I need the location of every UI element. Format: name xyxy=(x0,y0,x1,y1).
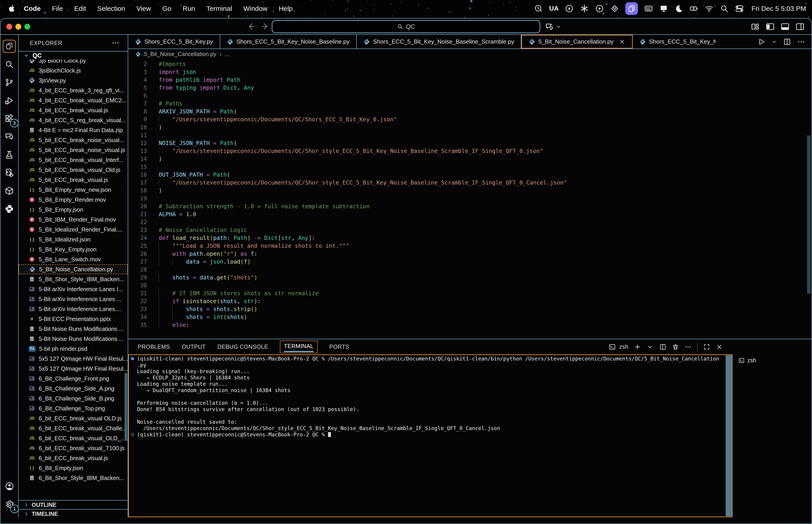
maximize-panel-button[interactable] xyxy=(703,343,710,350)
folder-root-qc[interactable]: QC xyxy=(18,51,128,60)
file-row[interactable]: 5-Bit arXiv Interference Lanes I... xyxy=(18,284,128,294)
activity-chat[interactable] xyxy=(3,130,16,143)
openai-icon[interactable] xyxy=(580,4,589,13)
file-row[interactable]: 5_Bit_Noise_Cancellation.py xyxy=(18,264,128,274)
split-editor-button[interactable] xyxy=(783,38,791,46)
panel-tab-problems[interactable]: PROBLEMS xyxy=(138,344,170,350)
file-row[interactable]: 5_Bit_IBM_Render_Final.mov xyxy=(18,215,128,225)
menu-item-go[interactable]: Go xyxy=(157,5,177,13)
battery-icon[interactable] xyxy=(689,4,699,13)
command-decoration[interactable] xyxy=(131,357,134,360)
close-window-button[interactable] xyxy=(6,24,12,30)
file-row[interactable]: JS3jsBlochClock.js xyxy=(18,66,128,76)
panel-tab-debug-console[interactable]: DEBUG CONSOLE xyxy=(218,344,268,350)
file-row[interactable]: JS5_bit_ECC_break_noise_visual.js xyxy=(18,145,128,155)
minimize-window-button[interactable] xyxy=(15,24,21,30)
activity-extensions[interactable]: 3 xyxy=(3,112,16,125)
activity-source-control[interactable] xyxy=(3,76,16,89)
activity-manage[interactable]: 1 xyxy=(3,498,16,511)
file-row[interactable]: 5_Bit_Shor_Style_IBM_Backen... xyxy=(18,274,128,284)
activity-run-and-debug[interactable] xyxy=(3,94,16,107)
file-row[interactable]: JS5_bit_ECC_break_visual_Old.js xyxy=(18,165,128,175)
editor-tab[interactable]: Shors_ECC_5_Bit_Key_Noise_Baseline.py xyxy=(220,35,357,49)
kill-terminal-button[interactable] xyxy=(672,343,679,350)
control-center-icon[interactable] xyxy=(735,4,744,13)
file-row[interactable]: { }5_Bit_Empty.json xyxy=(18,204,128,215)
file-row[interactable]: JS6_bit_ECC_break_visual_OLD_... xyxy=(18,433,128,443)
file-row[interactable]: 6_Bit_Challenge_Top.png xyxy=(18,404,128,413)
moon-icon[interactable] xyxy=(674,4,683,13)
wifi-icon[interactable] xyxy=(705,4,714,13)
command-center-search[interactable]: QC xyxy=(272,20,540,33)
editor-tab[interactable]: 5_Bit_Noise_Cancellation.py xyxy=(521,35,633,49)
menu-item-edit[interactable]: Edit xyxy=(68,5,92,13)
file-row[interactable]: JS6_bit_ECC_break_visual_T100.js xyxy=(18,443,128,453)
menu-item-help[interactable]: Help xyxy=(273,5,298,13)
editor-tab[interactable]: Shors_ECC_5_Bit_Key_Noise_Baseline_Scram… xyxy=(357,35,521,49)
activity-accounts[interactable] xyxy=(3,480,16,493)
sidebar-scrollbar[interactable] xyxy=(125,373,127,441)
capture-app-icon[interactable] xyxy=(534,4,543,13)
file-row[interactable]: { }5_Bit_Key_Empty.json xyxy=(18,244,128,254)
toggle-primary-sidebar-button[interactable] xyxy=(765,22,775,31)
toggle-panel-button[interactable] xyxy=(780,22,790,31)
menu-bar-clock[interactable]: Fri Dec 5 5:03 PM xyxy=(751,5,806,13)
file-row[interactable]: 6_Bit_Challenge_Front.png xyxy=(18,374,128,383)
file-row[interactable]: JS4_bit_ECC_break_3_reg_qft_vi... xyxy=(18,85,128,95)
file-row[interactable]: JS4_bit_ECC_S_reg_break_visual... xyxy=(18,115,128,125)
menu-item-file[interactable]: File xyxy=(46,5,68,13)
activity-explorer[interactable] xyxy=(3,40,16,53)
keyboard-icon[interactable] xyxy=(644,4,653,13)
file-row[interactable]: 5-Bit Noise Runs Modifications ... xyxy=(18,324,128,334)
panel-tab-ports[interactable]: PORTS xyxy=(329,344,349,350)
code-editor[interactable]: 2#Imports3import json4from pathlib impor… xyxy=(128,59,812,356)
file-row[interactable]: 6_Bit_Shor_Style_IBM_Backen... xyxy=(18,473,128,483)
menu-item-view[interactable]: View xyxy=(131,5,156,13)
file-row[interactable]: 4-Bit E = mc2 Final Run Data.zip xyxy=(18,125,128,135)
editor-tab[interactable]: Shors_ECC_5_Bit_Key.py xyxy=(128,35,220,49)
activity-code-runner[interactable] xyxy=(3,166,16,179)
display-icon[interactable] xyxy=(659,4,668,13)
file-row[interactable]: 5x5 127 QImage HW Final Resul... xyxy=(18,364,128,374)
file-row[interactable]: 6_Bit_Side_A.png xyxy=(18,483,128,484)
file-row[interactable]: 5_Bit_Idealized_Render_Final.... xyxy=(18,225,128,234)
run-file-button[interactable] xyxy=(757,38,765,46)
breadcrumb[interactable]: 5_Bit_Noise_Cancellation.py › ... xyxy=(128,49,812,59)
activity-testing[interactable] xyxy=(3,148,16,161)
terminal-launch-chevron[interactable] xyxy=(647,343,654,350)
file-row[interactable]: 5-Bit arXiv Interference Lanes.... xyxy=(18,304,128,314)
file-row[interactable]: 5-Bit arXiv Interference Lanes ... xyxy=(18,294,128,304)
menu-item-terminal[interactable]: Terminal xyxy=(201,5,238,13)
outline-section-header[interactable]: OUTLINE xyxy=(18,500,128,509)
file-row[interactable]: JS4_bit_ECC_break_visual.js xyxy=(18,105,128,115)
navigate-forward-button[interactable] xyxy=(260,22,270,31)
apple-icon[interactable] xyxy=(7,4,15,13)
file-row[interactable]: JS5_bit_ECC_break_visual_Interf... xyxy=(18,155,128,165)
file-row[interactable]: { }6_Bit_Empty.json xyxy=(18,463,128,473)
menu-item-code[interactable]: Code xyxy=(18,5,46,13)
customize-layout-button[interactable] xyxy=(750,22,760,31)
file-row[interactable]: JS6_bit_ECC_break_visual OLD.js xyxy=(18,413,128,423)
timeline-section-header[interactable]: TIMELINE xyxy=(18,509,128,518)
editor-scrollbar[interactable] xyxy=(807,135,811,294)
file-row[interactable]: ≡5-Bit ECC Presentation.pptx xyxy=(18,314,128,324)
split-terminal-button[interactable] xyxy=(659,343,666,350)
terminal-shell-icon[interactable] xyxy=(608,343,616,350)
terminal[interactable]: (qiskit1-clean) steventippeconnic@Steven… xyxy=(128,354,732,517)
close-panel-button[interactable] xyxy=(716,343,723,350)
navigate-back-button[interactable] xyxy=(246,22,256,31)
command-decoration[interactable] xyxy=(131,433,134,436)
file-row[interactable]: Ps5-bit ph render.psd xyxy=(18,344,128,354)
file-row[interactable]: 3jsView.py xyxy=(18,76,128,85)
menu-item-run[interactable]: Run xyxy=(177,5,201,13)
diamond-icon[interactable] xyxy=(610,4,619,13)
file-row[interactable]: JS6_bit_ECC_break_visual_Challe... xyxy=(18,423,128,433)
panel-tab-terminal[interactable]: TERMINAL xyxy=(280,341,317,353)
search-icon[interactable] xyxy=(720,4,729,13)
activity-python[interactable] xyxy=(3,202,16,215)
activity-3d-viewer[interactable] xyxy=(3,184,16,197)
file-row[interactable]: { }5_Bit_Idealized.json xyxy=(18,234,128,244)
file-row[interactable]: JS6_bit_ECC_break_visual.js xyxy=(18,453,128,463)
file-row[interactable]: { }5_Bit_Empty_new_new.json xyxy=(18,185,128,195)
new-terminal-button[interactable] xyxy=(634,343,641,350)
